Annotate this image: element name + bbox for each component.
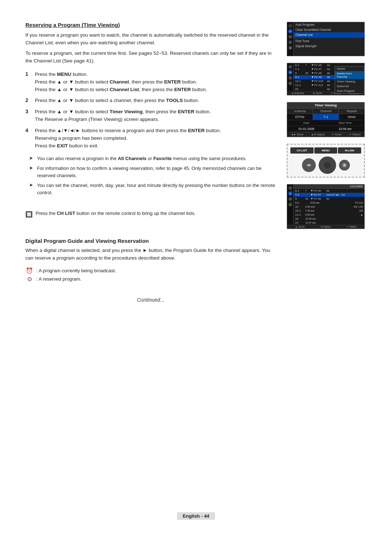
digital-guide-ui: N ✦ ⚙ ◈ 1/22/2008 6-17 ▼TV #6 Air 7-1 ▼T… bbox=[287, 184, 365, 229]
detail-icon-2: ✦ bbox=[288, 70, 293, 74]
bullet-text-1: You can also reserve a program in the Al… bbox=[37, 155, 247, 162]
menu-clearscrambled: Clear Scrambled Channel bbox=[294, 27, 364, 32]
menu-autoprog: Auto Program bbox=[294, 22, 364, 27]
intro-paragraph-2: To reserve a program, set the current ti… bbox=[25, 50, 276, 65]
step-4-number: 4 bbox=[25, 127, 32, 133]
bullet-3: ➤ You can set the channel, month, day, y… bbox=[25, 182, 276, 196]
dg-icon-1: N bbox=[288, 186, 293, 190]
ctx-autoprog: Auto Program bbox=[335, 89, 364, 93]
step-4: 4 Press the ▲/▼/◄/► buttons to reserve a… bbox=[25, 127, 276, 150]
dg-row-18: 18 10:08 am bbox=[294, 217, 364, 221]
bullet-text-2: For information on how to confirm a view… bbox=[37, 165, 276, 179]
ch-icon-5: ▣ bbox=[288, 45, 293, 50]
step-2-number: 2 bbox=[25, 97, 32, 103]
timer-antenna-header: Antenna bbox=[287, 109, 313, 114]
note-text: Press the CH LIST button on the remote c… bbox=[36, 210, 196, 217]
dg-row-11-1: 11-1 8:59 am▲ bbox=[294, 213, 364, 217]
step-3: 3 Press the ▲ or ▼ button to select Time… bbox=[25, 108, 276, 123]
remote-circle-right bbox=[339, 160, 350, 171]
remote-chlist-btn: CH LIST bbox=[290, 147, 314, 154]
step-4-content: Press the ▲/▼/◄/► buttons to reserve a p… bbox=[35, 127, 276, 150]
detail-icon-4: ◈ bbox=[288, 81, 293, 85]
ch-icon-2: ✦ bbox=[288, 29, 293, 33]
bullet-arrow-3: ➤ bbox=[29, 182, 35, 188]
remote-icons bbox=[290, 156, 361, 174]
section1-title: Reserving a Program (Time Viewing) bbox=[25, 22, 276, 28]
detail-icon-3: ⚙ bbox=[288, 76, 293, 80]
bullet-1: ➤ You can also reserve a program in the … bbox=[25, 155, 276, 162]
timer-channel-header: Channel bbox=[313, 109, 339, 114]
legend-reserved: ⊙ : A reserved program. bbox=[25, 276, 276, 282]
step-3-content: Press the ▲ or ▼ button to select Timer … bbox=[35, 108, 276, 123]
timer-repeat-val: Once bbox=[339, 114, 364, 120]
broadcast-icon: ⏰ bbox=[25, 267, 33, 274]
remote-wlink-btn: W.LINK bbox=[338, 147, 361, 154]
ctx-selectall: Select All bbox=[335, 84, 364, 89]
section2-title: Digital Program Guide and Viewing Reserv… bbox=[25, 238, 276, 244]
remote-nav-circle bbox=[319, 156, 336, 174]
page-footer: English - 44 bbox=[177, 512, 215, 520]
dg-icon-2: ✦ bbox=[288, 191, 293, 196]
dg-date: 1/22/2008 bbox=[294, 184, 364, 189]
ctx-delete: Delete bbox=[335, 66, 364, 71]
menu-signalstrength: Signal Strength bbox=[294, 44, 364, 49]
context-menu: Delete Delete from Favorite Timer Viewin… bbox=[335, 66, 364, 94]
timer-title: Timer Viewing bbox=[287, 102, 364, 109]
timer-channel-val: 7-1 bbox=[313, 114, 339, 120]
dg-row-10-1: 10-1 7:49 amHD bbox=[294, 209, 364, 213]
dg-row-22: 22 10:37 am bbox=[294, 221, 364, 225]
dg-row-7-1: 7-1 ▼TV #7 ◷12:47 am 2.0 bbox=[294, 193, 364, 197]
step-2-content: Press the ▲ or ▼ button to select a chan… bbox=[35, 97, 276, 105]
dg-row-9: 934 ▼TV #8 Air bbox=[294, 197, 364, 201]
timer-date-val: 01-01-2008 bbox=[287, 126, 326, 132]
continued-text: Continued... bbox=[25, 297, 276, 303]
dg-row-6-1: 6-17 ▼TV #6 Air bbox=[294, 189, 364, 193]
remote-control-ui: CH LIST MENU W.LINK bbox=[287, 144, 365, 178]
section2-body: When a digital channel is selected, and … bbox=[25, 247, 276, 262]
ch-icon-3: ⚙ bbox=[288, 34, 293, 39]
ch-icon-1: ○ bbox=[288, 24, 293, 28]
remote-circle-left bbox=[302, 158, 316, 172]
reserved-icon: ⊙ bbox=[25, 276, 33, 282]
timer-antenna-val: DT/Air bbox=[287, 114, 313, 120]
ch-icon-4: ◈ bbox=[288, 40, 293, 44]
step-3-number: 3 bbox=[25, 109, 32, 114]
note-icon: 🔲 bbox=[25, 210, 33, 219]
bullet-arrow-1: ➤ bbox=[29, 155, 35, 161]
dg-row-10: 10 6:46 am!HD 1:00 bbox=[294, 205, 364, 209]
bullet-arrow-2: ➤ bbox=[29, 165, 35, 171]
remote-buttons-row: CH LIST MENU W.LINK bbox=[290, 147, 361, 154]
dg-footer: ▲ Zoom ☰ Option ↵ Watch bbox=[287, 225, 364, 229]
timer-starttime-label: Start Time bbox=[326, 120, 365, 126]
step-1-content: Press the MENU button. Press the ▲ or ▼ … bbox=[35, 71, 276, 94]
channel-list-ui: N ✦ ⚙ ◈ 6-17 ▼TV #6 Air bbox=[287, 63, 367, 95]
legend-broadcast: ⏰ : A program currently being broadcast. bbox=[25, 267, 276, 274]
menu-channellist: Channel List bbox=[294, 32, 364, 37]
svg-rect-0 bbox=[307, 164, 311, 166]
channel-menu-ui: ○ ✦ ⚙ ◈ ▣ Auto Program Clear Scrambled C… bbox=[287, 22, 367, 56]
legend-reserved-text: : A reserved program. bbox=[36, 276, 81, 282]
note-block: 🔲 Press the CH LIST button on the remote… bbox=[25, 210, 276, 219]
step-1-number: 1 bbox=[25, 71, 32, 77]
step-1: 1 Press the MENU button. Press the ▲ or … bbox=[25, 71, 276, 94]
timer-starttime-val: 10:09 am bbox=[326, 126, 365, 132]
timer-viewing-ui: Timer Viewing Antenna Channel Repeat DT/… bbox=[287, 102, 365, 137]
timer-repeat-header: Repeat bbox=[339, 109, 364, 114]
timer-date-label: Date bbox=[287, 120, 326, 126]
ctx-timer: Timer Viewing bbox=[335, 79, 364, 84]
legend-broadcast-text: : A program currently being broadcast. bbox=[36, 268, 116, 273]
bullet-text-3: You can set the channel, month, day, yea… bbox=[37, 182, 276, 196]
ctx-delete-fav: Delete from Favorite bbox=[335, 71, 364, 79]
bullet-2: ➤ For information on how to confirm a vi… bbox=[25, 165, 276, 179]
dg-row-9-1: 9-1 9:54 amTV #10 bbox=[294, 201, 364, 205]
menu-finetune: Fine Tune bbox=[294, 38, 364, 44]
step-2: 2 Press the ▲ or ▼ button to select a ch… bbox=[25, 97, 276, 105]
dg-icon-4: ◈ bbox=[288, 202, 293, 207]
detail-icon-1: N bbox=[288, 65, 293, 69]
dg-icon-3: ⚙ bbox=[288, 197, 293, 201]
timer-footer: ◄► Move ▲▼ Adjust ↵ Enter ↩ Return bbox=[287, 132, 364, 137]
dg-badge-2: 2.0 bbox=[340, 193, 346, 196]
remote-menu-btn: MENU bbox=[314, 147, 338, 154]
intro-paragraph-1: If you reserve a program you want to wat… bbox=[25, 32, 276, 47]
